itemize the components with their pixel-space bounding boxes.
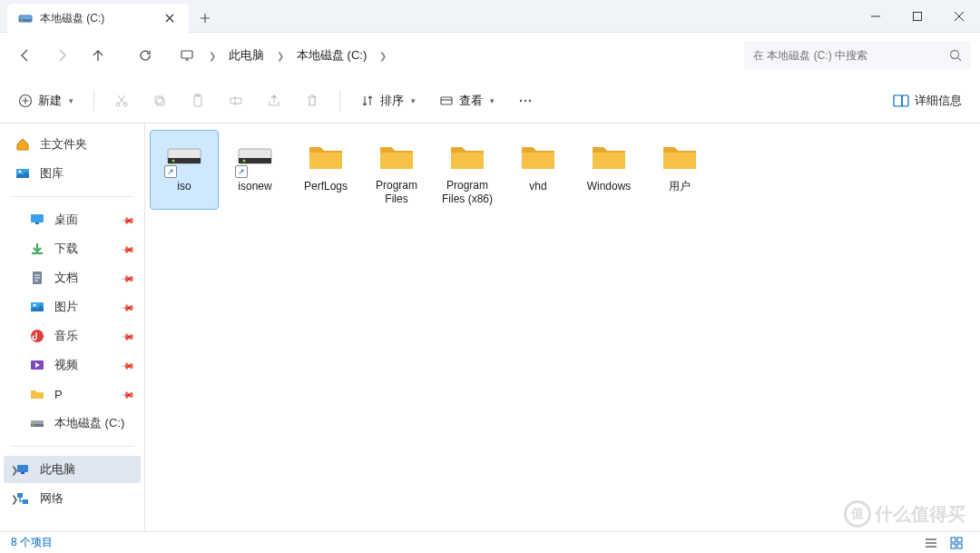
file-item-label: PerfLogs xyxy=(304,180,348,193)
sidebar-item-thispc[interactable]: ❯ 此电脑 xyxy=(4,456,141,483)
videos-icon xyxy=(29,357,45,373)
file-item[interactable]: ↗iso xyxy=(151,131,218,209)
file-item-label: Program Files xyxy=(365,179,428,205)
more-button[interactable] xyxy=(509,84,542,117)
view-button[interactable]: 查看 ▾ xyxy=(430,84,504,117)
tab-active[interactable]: 本地磁盘 (C:) xyxy=(7,4,189,33)
svg-rect-3 xyxy=(914,12,922,20)
svg-rect-35 xyxy=(23,499,28,504)
sidebar-item-home[interactable]: 主文件夹 xyxy=(4,131,141,158)
maximize-button[interactable] xyxy=(897,0,938,32)
sidebar-item-cdrive[interactable]: 本地磁盘 (C:) xyxy=(4,410,141,437)
sidebar-item-network[interactable]: ❯ 网络 xyxy=(4,485,141,512)
new-tab-button[interactable] xyxy=(189,4,221,32)
breadcrumb[interactable]: ❯ 此电脑 ❯ 本地磁盘 (C:) ❯ xyxy=(171,47,740,64)
drive-shortcut-icon: ↗ xyxy=(233,134,277,178)
watermark-text: 什么值得买 xyxy=(875,502,965,527)
new-button[interactable]: 新建 ▾ xyxy=(9,84,83,117)
svg-rect-22 xyxy=(31,214,44,222)
chevron-right-icon: ❯ xyxy=(11,465,18,475)
forward-button[interactable] xyxy=(45,39,78,72)
file-item[interactable]: PerfLogs xyxy=(292,131,359,209)
pin-icon: 📌 xyxy=(121,329,135,343)
svg-rect-23 xyxy=(35,222,39,224)
chevron-right-icon: ❯ xyxy=(11,494,18,504)
sidebar-label: 图库 xyxy=(40,165,64,182)
sidebar-label: 音乐 xyxy=(54,328,78,344)
pin-icon: 📌 xyxy=(121,212,135,227)
chevron-right-icon: ❯ xyxy=(370,51,396,61)
breadcrumb-cdrive[interactable]: 本地磁盘 (C:) xyxy=(297,47,367,64)
downloads-icon xyxy=(29,241,45,257)
svg-point-7 xyxy=(116,103,120,106)
file-item[interactable]: Program Files (x86) xyxy=(434,131,501,209)
drive-shortcut-icon: ↗ xyxy=(162,134,206,178)
file-item[interactable]: Windows xyxy=(575,131,642,209)
sidebar-label: 视频 xyxy=(54,357,78,373)
sidebar-item-desktop[interactable]: 桌面 📌 xyxy=(4,206,141,233)
file-item[interactable]: 用户 xyxy=(646,131,713,209)
view-list-button[interactable] xyxy=(918,534,944,552)
file-item[interactable]: vhd xyxy=(505,131,572,209)
sidebar-item-gallery[interactable]: 图库 xyxy=(4,160,141,187)
content-area[interactable]: ↗iso↗isonewPerfLogsProgram FilesProgram … xyxy=(145,123,980,531)
sidebar-label: 此电脑 xyxy=(40,461,75,478)
sidebar-label: 网络 xyxy=(40,490,64,507)
refresh-button[interactable] xyxy=(129,39,162,72)
cut-button[interactable] xyxy=(105,84,138,117)
search-box[interactable] xyxy=(744,41,971,70)
rename-button[interactable] xyxy=(220,84,252,117)
folder-icon xyxy=(658,134,701,178)
file-item[interactable]: Program Files xyxy=(363,131,430,209)
close-button[interactable] xyxy=(938,0,980,32)
view-icons-button[interactable] xyxy=(944,534,969,552)
copy-button[interactable] xyxy=(143,84,176,117)
breadcrumb-thispc[interactable]: 此电脑 xyxy=(229,47,264,64)
svg-rect-43 xyxy=(957,538,962,542)
svg-point-16 xyxy=(524,99,526,101)
delete-button[interactable] xyxy=(296,84,328,117)
svg-point-38 xyxy=(172,160,175,163)
sort-button[interactable]: 排序 ▾ xyxy=(351,84,425,117)
folder-icon xyxy=(587,134,631,178)
minimize-button[interactable] xyxy=(855,0,897,32)
chevron-right-icon: ❯ xyxy=(200,51,225,61)
up-button[interactable] xyxy=(82,39,114,72)
svg-point-15 xyxy=(520,99,522,101)
drive-icon xyxy=(29,415,45,431)
sort-label: 排序 xyxy=(380,93,404,109)
svg-rect-10 xyxy=(157,98,164,105)
sidebar-item-downloads[interactable]: 下载 📌 xyxy=(4,235,141,262)
pin-icon: 📌 xyxy=(121,271,135,285)
sidebar-item-pictures[interactable]: 图片 📌 xyxy=(4,293,141,321)
svg-rect-11 xyxy=(194,95,201,106)
svg-rect-44 xyxy=(951,544,956,548)
tab-close-button[interactable] xyxy=(162,10,178,26)
share-button[interactable] xyxy=(258,84,290,117)
sidebar-item-videos[interactable]: 视频 📌 xyxy=(4,351,141,379)
pin-icon: 📌 xyxy=(121,242,135,256)
sidebar-item-music[interactable]: 音乐 📌 xyxy=(4,322,141,350)
home-icon xyxy=(15,136,31,153)
details-label: 详细信息 xyxy=(915,93,962,109)
svg-rect-14 xyxy=(441,97,452,104)
sidebar-label: P xyxy=(54,388,63,401)
back-button[interactable] xyxy=(9,39,42,72)
sidebar-label: 下载 xyxy=(54,241,78,257)
svg-rect-33 xyxy=(21,472,24,474)
sidebar-label: 桌面 xyxy=(54,212,78,228)
file-item-label: vhd xyxy=(529,180,546,193)
search-input[interactable] xyxy=(753,49,942,62)
sidebar-item-p[interactable]: P 📌 xyxy=(4,380,141,408)
sidebar-item-documents[interactable]: 文档 📌 xyxy=(4,264,141,291)
file-item-label: Program Files (x86) xyxy=(436,179,499,205)
svg-point-41 xyxy=(243,160,246,163)
file-item[interactable]: ↗isonew xyxy=(221,131,289,209)
svg-point-17 xyxy=(529,99,531,101)
details-button[interactable]: 详细信息 xyxy=(884,84,971,117)
file-item-label: Windows xyxy=(587,180,632,193)
svg-rect-18 xyxy=(894,95,902,106)
folder-icon xyxy=(516,134,560,178)
paste-button[interactable] xyxy=(181,84,214,117)
music-icon xyxy=(29,328,45,344)
